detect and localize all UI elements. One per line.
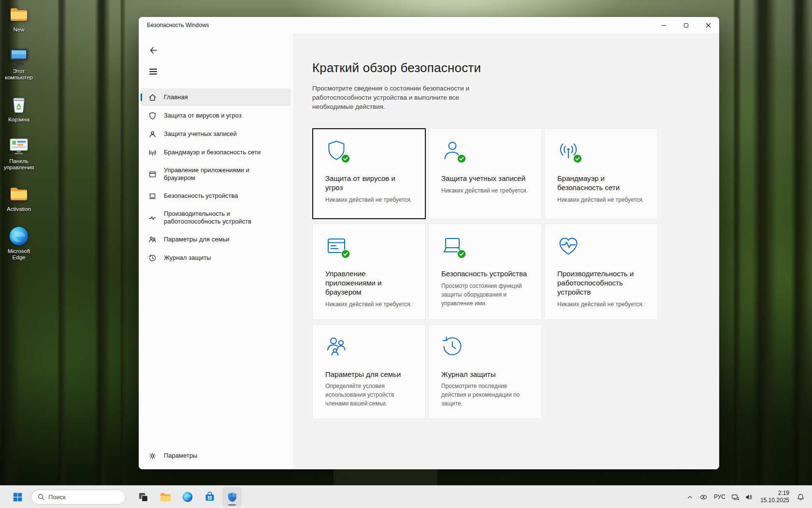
tile-title: Брандмауэр и безопасность сети — [557, 174, 645, 193]
page-intro: Просмотрите сведения о состоянии безопас… — [312, 84, 502, 111]
device-performance-icon — [148, 214, 157, 222]
desktop-icon-label: New — [13, 27, 24, 33]
eye-icon — [699, 493, 708, 501]
tile-account-protection[interactable]: Защита учетных записей Никаких действий … — [428, 128, 542, 219]
desktop-icon-edge[interactable]: Microsoft Edge — [0, 225, 38, 261]
edge-icon — [8, 225, 29, 247]
tile-title: Журнал защиты — [441, 370, 529, 379]
device-performance-icon — [557, 235, 580, 258]
page-title: Краткий обзор безопасности — [312, 60, 706, 75]
volume-button[interactable] — [742, 487, 756, 507]
tray-overflow-button[interactable] — [683, 487, 697, 507]
desktop-icon-activation[interactable]: Activation — [0, 183, 38, 212]
notification-center-button[interactable] — [794, 487, 807, 507]
app-browser-icon — [148, 170, 157, 179]
edge-button[interactable] — [178, 487, 197, 507]
firewall-check-icon — [557, 139, 580, 163]
network-button[interactable] — [729, 487, 742, 507]
sidebar-nav: Главная Защита от вирусов и угроз Защита… — [139, 89, 293, 267]
tile-title: Производительность и работоспособность у… — [557, 269, 645, 297]
network-icon — [731, 493, 740, 501]
main-content: Краткий обзор безопасности Просмотрите с… — [293, 33, 719, 469]
sidebar-item-virus-protection[interactable]: Защита от вирусов и угроз — [141, 107, 291, 124]
taskbar-search[interactable]: Поиск — [31, 490, 126, 505]
windows-security-button[interactable] — [222, 487, 242, 507]
tile-device-security[interactable]: Безопасность устройства Просмотр состоян… — [428, 224, 542, 319]
protection-history-icon — [148, 254, 157, 262]
menu-button[interactable] — [145, 64, 161, 79]
tile-app-browser-control[interactable]: Управление приложениями и браузером Ника… — [312, 224, 426, 319]
tile-device-performance[interactable]: Производительность и работоспособность у… — [544, 224, 658, 319]
family-options-icon — [148, 236, 157, 244]
tile-firewall[interactable]: Брандмауэр и безопасность сети Никаких д… — [544, 128, 658, 219]
desktop-icon-column: New Этот компьютер Корзина Панель управл… — [0, 4, 38, 261]
shield-check-icon — [325, 139, 348, 163]
status-check-icon — [341, 249, 350, 259]
desktop-icon-recycle-bin[interactable]: Корзина — [0, 94, 38, 123]
desktop-icon-label: Панель управления — [0, 158, 37, 171]
language-indicator[interactable]: РУС — [710, 487, 729, 507]
sidebar-item-family-options[interactable]: Параметры для семьи — [141, 231, 291, 248]
tray-time: 2:19 — [760, 490, 789, 497]
security-tiles-grid: Защита от вирусов и угроз Никаких действ… — [312, 128, 706, 419]
volume-icon — [745, 493, 753, 501]
sidebar-item-firewall[interactable]: Брандмауэр и безопасность сети — [141, 144, 291, 161]
file-explorer-button[interactable] — [156, 487, 175, 507]
protection-history-icon — [441, 335, 464, 359]
task-view-button[interactable] — [133, 487, 153, 507]
running-app-indicator — [228, 504, 236, 506]
desktop-icon-label: Microsoft Edge — [0, 248, 37, 261]
sidebar-item-label: Защита от вирусов и угроз — [164, 112, 242, 120]
window-titlebar[interactable]: Безопасность Windows — [139, 17, 719, 33]
tile-title: Защита от вирусов и угроз — [325, 174, 413, 193]
back-button[interactable] — [145, 43, 161, 58]
desktop-icon-label: Корзина — [8, 117, 29, 123]
sidebar-item-label: Безопасность устройства — [164, 192, 238, 200]
sidebar-item-account-protection[interactable]: Защита учетных записей — [141, 125, 291, 143]
system-tray: РУС 2:19 15.10.2025 — [683, 487, 807, 507]
microsoft-store-button[interactable] — [200, 487, 219, 507]
maximize-icon — [684, 23, 688, 28]
sidebar-item-label: Брандмауэр и безопасность сети — [164, 149, 261, 156]
start-button[interactable] — [8, 487, 27, 507]
sidebar-item-app-browser[interactable]: Управление приложениями и браузером — [141, 162, 291, 186]
device-security-check-icon — [441, 235, 464, 258]
sidebar-item-protection-history[interactable]: Журнал защиты — [141, 249, 291, 267]
desktop-icon-this-pc[interactable]: Этот компьютер — [0, 45, 38, 81]
tile-description: Никаких действий не требуется. — [557, 195, 645, 204]
sidebar-item-label: Управление приложениями и браузером — [164, 166, 267, 182]
edge-icon — [182, 491, 193, 503]
control-panel-icon — [8, 135, 29, 157]
search-placeholder: Поиск — [48, 493, 66, 501]
status-check-icon — [573, 154, 582, 164]
tile-title: Параметры для семьи — [325, 370, 413, 379]
sidebar-item-device-security[interactable]: Безопасность устройства — [141, 187, 291, 205]
sidebar-item-label: Журнал защиты — [164, 254, 211, 262]
tray-app-button[interactable] — [697, 487, 710, 507]
notification-bell-icon — [797, 493, 805, 501]
taskbar-clock[interactable]: 2:19 15.10.2025 — [756, 490, 794, 504]
sidebar-item-home[interactable]: Главная — [141, 89, 291, 106]
close-button[interactable] — [697, 17, 719, 33]
sidebar-item-device-performance[interactable]: Производительность и работоспособность у… — [141, 206, 291, 230]
folder-icon — [8, 183, 29, 205]
tile-virus-protection[interactable]: Защита от вирусов и угроз Никаких действ… — [312, 128, 426, 219]
desktop-icon-control-panel[interactable]: Панель управления — [0, 135, 38, 171]
sidebar-item-label: Производительность и работоспособность у… — [164, 210, 267, 226]
app-browser-check-icon — [325, 235, 348, 258]
account-check-icon — [441, 139, 464, 163]
maximize-button[interactable] — [675, 17, 697, 33]
tile-description: Никаких действий не требуется. — [557, 300, 645, 309]
tile-protection-history[interactable]: Журнал защиты Просмотрите последние дейс… — [428, 324, 542, 419]
task-view-icon — [138, 492, 149, 503]
close-icon — [706, 23, 711, 28]
status-check-icon — [457, 249, 466, 259]
desktop-icon-new[interactable]: New — [0, 4, 38, 33]
tile-family-options[interactable]: Параметры для семьи Определяйте условия … — [312, 324, 426, 419]
home-icon — [148, 93, 157, 102]
desktop-icon-label: Этот компьютер — [0, 68, 37, 81]
back-arrow-icon — [149, 46, 157, 54]
sidebar-item-settings[interactable]: Параметры — [141, 447, 291, 464]
folder-icon — [8, 4, 29, 25]
minimize-button[interactable] — [652, 17, 675, 33]
